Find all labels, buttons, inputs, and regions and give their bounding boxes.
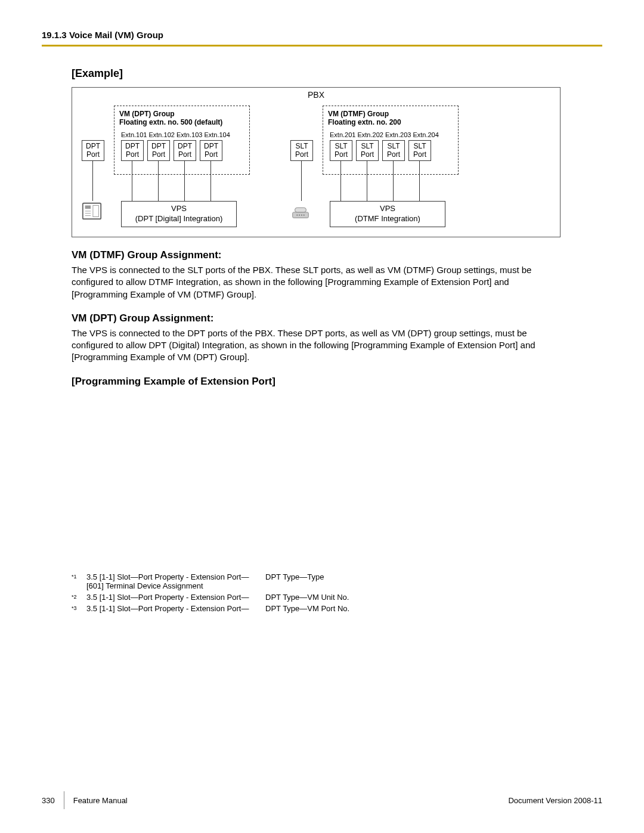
footnote-left: 3.5 [1-1] Slot—Port Property - Extension… bbox=[86, 572, 265, 590]
dpt-port-outside: DPT Port bbox=[82, 140, 104, 161]
line bbox=[158, 160, 159, 201]
pbx-diagram: PBX VM (DPT) Group Floating extn. no. 50… bbox=[72, 87, 561, 237]
dpt-extn-labels: Extn.101 Extn.102 Extn.103 Extn.104 bbox=[121, 131, 230, 138]
line bbox=[301, 160, 302, 201]
heading-dtmf-assign: VM (DTMF) Group Assignment: bbox=[72, 249, 561, 261]
vps-dpt-box: VPS (DPT [Digital] Integration) bbox=[121, 201, 237, 227]
footer-divider bbox=[64, 791, 64, 809]
slt-port-outside: SLTPort bbox=[290, 140, 313, 161]
heading-example: [Example] bbox=[72, 67, 561, 80]
header-rule bbox=[42, 45, 602, 47]
footnote-right: DPT Type—VM Port No. bbox=[265, 604, 561, 613]
line bbox=[367, 160, 367, 201]
svg-rect-6 bbox=[293, 212, 309, 218]
vm-dtmf-group-sub: Floating extn. no. 200 bbox=[328, 118, 453, 126]
pbx-label: PBX bbox=[72, 90, 560, 100]
footnote-sup: *2 bbox=[72, 593, 86, 600]
footer-doc-version: Document Version 2008-11 bbox=[508, 796, 602, 805]
vps-dtmf-box: VPS (DTMF Integration) bbox=[330, 201, 445, 227]
footer: 330 Feature Manual Document Version 2008… bbox=[42, 791, 602, 809]
footer-doc-title: Feature Manual bbox=[73, 796, 128, 805]
slt-port-1: SLTPort bbox=[330, 140, 352, 161]
section-header: 19.1.3 Voice Mail (VM) Group bbox=[42, 30, 602, 40]
dpt-port-4: DPTPort bbox=[200, 140, 222, 161]
heading-dpt-assign: VM (DPT) Group Assignment: bbox=[72, 312, 561, 324]
phone-icon bbox=[80, 200, 103, 222]
section-number: 19.1.3 bbox=[42, 30, 67, 40]
para-dtmf: The VPS is connected to the SLT ports of… bbox=[72, 264, 561, 301]
vm-dpt-group-sub: Floating extn. no. 500 (default) bbox=[119, 118, 244, 126]
line bbox=[393, 160, 394, 201]
svg-point-9 bbox=[299, 215, 300, 216]
line bbox=[340, 160, 341, 201]
vm-dtmf-group-title: VM (DTMF) Group bbox=[328, 110, 389, 118]
slt-port-4: SLTPort bbox=[408, 140, 431, 161]
footnote-row: *2 3.5 [1-1] Slot—Port Property - Extens… bbox=[72, 593, 561, 602]
footnote-right: DPT Type—Type bbox=[265, 572, 561, 581]
heading-prog-example: [Programming Example of Extension Port] bbox=[72, 376, 561, 388]
line bbox=[184, 160, 185, 201]
footnotes: *1 3.5 [1-1] Slot—Port Property - Extens… bbox=[72, 572, 561, 613]
line bbox=[210, 160, 211, 201]
phone-icon bbox=[289, 200, 312, 222]
svg-rect-1 bbox=[85, 206, 91, 209]
svg-rect-7 bbox=[295, 208, 306, 212]
dpt-port-3: DPTPort bbox=[174, 140, 196, 161]
footnote-row: *3 3.5 [1-1] Slot—Port Property - Extens… bbox=[72, 604, 561, 613]
footnote-sup: *1 bbox=[72, 572, 86, 580]
footnote-row: *1 3.5 [1-1] Slot—Port Property - Extens… bbox=[72, 572, 561, 590]
page-number: 330 bbox=[42, 796, 64, 805]
line bbox=[92, 160, 93, 201]
footnote-right: DPT Type—VM Unit No. bbox=[265, 593, 561, 602]
section-title: Voice Mail (VM) Group bbox=[69, 30, 163, 40]
line bbox=[132, 160, 132, 201]
svg-point-11 bbox=[304, 215, 305, 216]
vm-dpt-group-title: VM (DPT) Group bbox=[119, 110, 175, 118]
para-dpt: The VPS is connected to the DPT ports of… bbox=[72, 327, 561, 364]
slt-port-2: SLTPort bbox=[356, 140, 379, 161]
svg-rect-2 bbox=[93, 206, 99, 217]
svg-point-8 bbox=[296, 215, 298, 216]
svg-point-10 bbox=[301, 215, 302, 216]
dpt-port-2: DPTPort bbox=[147, 140, 170, 161]
line bbox=[419, 160, 420, 201]
footnote-left: 3.5 [1-1] Slot—Port Property - Extension… bbox=[86, 593, 265, 602]
dtmf-extn-labels: Extn.201 Extn.202 Extn.203 Extn.204 bbox=[330, 131, 439, 138]
dpt-port-1: DPTPort bbox=[121, 140, 144, 161]
footnote-left: 3.5 [1-1] Slot—Port Property - Extension… bbox=[86, 604, 265, 613]
footnote-sup: *3 bbox=[72, 604, 86, 611]
slt-port-3: SLTPort bbox=[382, 140, 405, 161]
